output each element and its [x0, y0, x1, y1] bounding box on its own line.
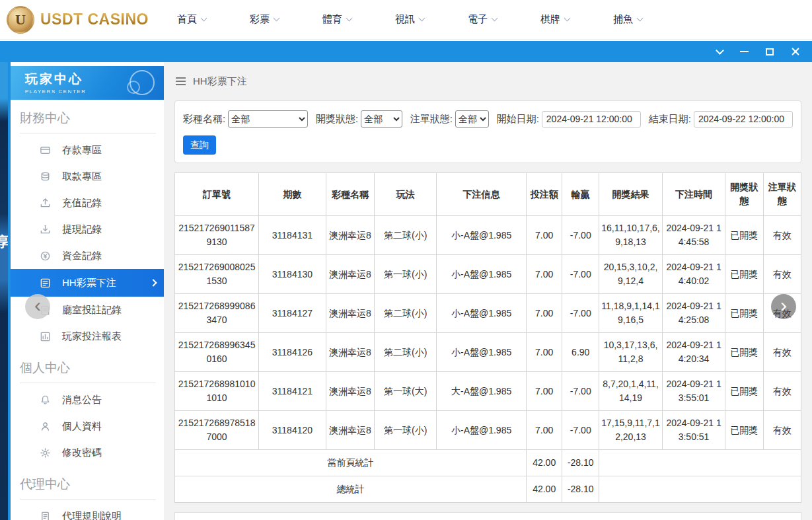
filter-panel: 彩種名稱: 全部 開獎狀態: 全部 注單狀態: 全部 開始日期: 結束日期: 查…	[174, 100, 801, 163]
table-cell: 第二球(小)	[375, 333, 437, 372]
draw-status-select[interactable]: 全部	[361, 110, 402, 128]
sidebar-item-label: 資金記錄	[62, 250, 102, 262]
nav-item-5[interactable]: 棋牌	[519, 0, 591, 40]
sidebar-item-label: 個人資料	[62, 420, 102, 433]
funds-record-icon	[40, 250, 52, 262]
carousel-prev-button[interactable]	[25, 294, 50, 319]
table-cell: 澳洲幸运8	[326, 255, 374, 294]
chevron-down-icon	[201, 15, 207, 22]
menu-toggle-icon[interactable]	[176, 75, 186, 87]
nav-item-label: 首頁	[177, 13, 197, 26]
table-header-cell: 訂單號	[175, 173, 259, 216]
sidebar-item-label: 消息公告	[62, 394, 102, 406]
table-cell: -7.00	[562, 411, 599, 450]
nav-item-4[interactable]: 電子	[446, 0, 519, 40]
table-cell: 已開獎	[725, 372, 763, 411]
table-cell: 小-A盤@1.985	[437, 333, 527, 372]
sidebar-item-label: 廳室投註記錄	[62, 304, 122, 316]
sidebar-item-label: 存款專區	[62, 144, 102, 157]
window-maximize-icon[interactable]	[766, 48, 774, 56]
table-cell: 小-A盤@1.985	[437, 216, 527, 255]
window-minimize-icon[interactable]	[740, 51, 749, 52]
table-cell: 有效	[763, 255, 801, 294]
table-summary-row: 總統計42.00-28.10	[175, 476, 801, 503]
table-cell: 大-A盤@1.985	[437, 372, 527, 411]
carousel-next-button[interactable]	[771, 294, 796, 319]
window-close-icon[interactable]	[791, 47, 800, 56]
table-cell: 8,7,20,1,4,11,14,19	[599, 372, 663, 411]
sidebar-item-announcement[interactable]: 消息公告	[11, 387, 164, 413]
background-page-strip: 享	[0, 62, 8, 520]
summary-winloss-total: -28.10	[562, 450, 599, 476]
nav-item-6[interactable]: 捕魚	[591, 0, 664, 40]
table-cell: 澳洲幸运8	[326, 333, 374, 372]
order-status-label: 注單狀態:	[410, 113, 453, 126]
table-cell: 2024-09-21 14:20:34	[663, 333, 725, 372]
sidebar-item-label: 修改密碼	[62, 447, 102, 459]
sidebar-item-funds-record[interactable]: 資金記錄	[11, 242, 164, 269]
table-cell: 2024-09-21 14:40:02	[663, 255, 725, 294]
nav-item-1[interactable]: 彩票	[228, 0, 301, 40]
table-cell: 2024-09-21 13:50:51	[663, 411, 725, 450]
table-row: 215217268999086347031184127澳洲幸运8第二球(小)小-…	[175, 294, 801, 333]
order-status-select[interactable]: 全部	[455, 110, 489, 128]
table-cell: 7.00	[526, 216, 562, 255]
page-title: HH彩票下注	[193, 75, 247, 88]
table-cell: 第二球(小)	[375, 216, 437, 255]
table-cell: 已開獎	[725, 255, 763, 294]
table-row: 215217269011587913031184131澳洲幸运8第二球(小)小-…	[175, 216, 801, 255]
sidebar-item-profile[interactable]: 個人資料	[11, 413, 164, 439]
table-cell: 2024-09-21 14:25:08	[663, 294, 725, 333]
nav-item-2[interactable]: 體育	[301, 0, 373, 40]
summary-empty-cell	[599, 450, 801, 476]
nav-item-label: 體育	[322, 13, 342, 26]
window-collapse-icon[interactable]	[716, 46, 724, 55]
logo[interactable]: U USDT CASINO	[0, 6, 155, 34]
end-date-input[interactable]	[694, 111, 793, 128]
sidebar-item-player-report[interactable]: 玩家投注報表	[11, 323, 164, 350]
table-cell: 7.00	[526, 294, 562, 333]
sidebar-section-title: 個人中心	[20, 359, 156, 383]
table-cell: 2152172689785187000	[175, 411, 259, 450]
main-content: HH彩票下注 彩種名稱: 全部 開獎狀態: 全部 注單狀態: 全部 開始日期: …	[164, 62, 812, 520]
summary-label: 總統計	[175, 476, 527, 503]
table-header-cell: 投注額	[526, 173, 562, 216]
withdraw-icon	[40, 170, 52, 182]
table-cell: 17,15,9,11,7,12,20,13	[599, 411, 663, 450]
table-cell: 澳洲幸运8	[326, 372, 374, 411]
table-header-cell: 期數	[259, 173, 326, 216]
table-cell: 有效	[763, 372, 801, 411]
sidebar-item-lottery-bet[interactable]: HH彩票下注	[11, 269, 164, 297]
table-cell: 31184120	[259, 411, 326, 450]
table-cell: 已開獎	[725, 294, 763, 333]
table-cell: -7.00	[562, 294, 599, 333]
table-header-row: 訂單號期數彩種名稱玩法下注信息投注額輸贏開獎結果下注時間開獎狀態注單狀態	[175, 173, 801, 216]
sidebar-item-label: 代理規則說明	[62, 510, 122, 520]
sidebar-item-recharge-record[interactable]: 充值記錄	[11, 190, 164, 216]
bets-table-panel: 訂單號期數彩種名稱玩法下注信息投注額輸贏開獎結果下注時間開獎狀態注單狀態 215…	[174, 172, 801, 503]
nav-item-0[interactable]: 首頁	[155, 0, 228, 40]
table-header-cell: 注單狀態	[763, 173, 801, 216]
sidebar-item-password[interactable]: 修改密碼	[11, 439, 164, 466]
sidebar-item-deposit[interactable]: 存款專區	[11, 137, 164, 163]
table-cell: 31184126	[259, 333, 326, 372]
nav-item-label: 電子	[468, 13, 488, 26]
table-row: 215217268996345016031184126澳洲幸运8第二球(小)小-…	[175, 333, 801, 372]
sidebar-item-withdraw[interactable]: 取款專區	[11, 163, 164, 190]
sidebar-item-label: 取款專區	[62, 170, 102, 183]
window-titlebar	[0, 41, 812, 62]
table-cell: 澳洲幸运8	[326, 216, 374, 255]
start-date-input[interactable]	[542, 111, 641, 128]
sidebar-item-cashout-record[interactable]: 提現記錄	[11, 216, 164, 242]
lottery-name-select[interactable]: 全部	[228, 110, 308, 128]
table-cell: -7.00	[562, 216, 599, 255]
chevron-down-icon	[419, 15, 425, 22]
search-button[interactable]: 查詢	[183, 135, 216, 155]
table-cell: 2152172690080251530	[175, 255, 259, 294]
table-cell: 20,15,3,10,2,9,12,4	[599, 255, 663, 294]
sidebar-item-agent-rules[interactable]: 代理規則說明	[11, 503, 164, 520]
summary-winloss-total: -28.10	[562, 476, 599, 503]
table-cell: 2152172689990863470	[175, 294, 259, 333]
table-cell: 31184130	[259, 255, 326, 294]
nav-item-3[interactable]: 視訊	[373, 0, 446, 40]
